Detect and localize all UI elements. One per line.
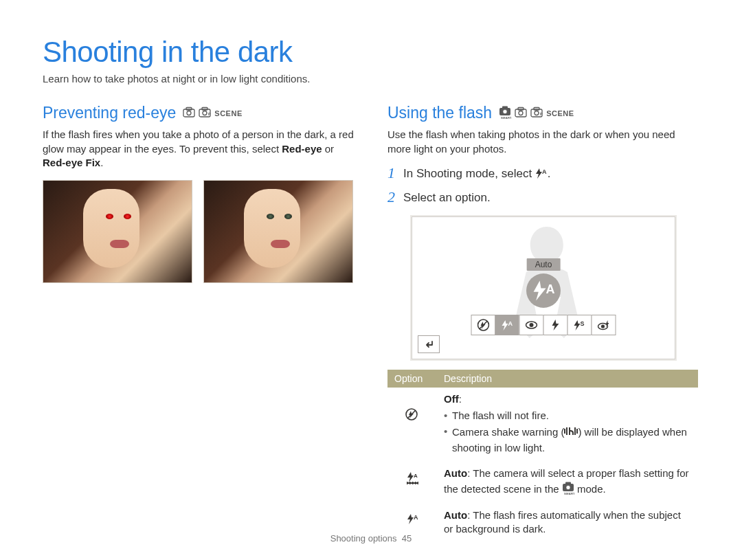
text-bold-red-eye-fix: Red-eye Fix (43, 157, 100, 168)
photo-red-eye-fixed-example (203, 180, 353, 283)
scene-mode-label: SCENE (546, 109, 574, 117)
step-2: 2 Select an option. (387, 190, 699, 205)
back-button[interactable] (418, 335, 440, 353)
shake-warning-icon (564, 425, 578, 442)
flash-option-off[interactable] (471, 315, 496, 335)
flash-option-strip: A (471, 315, 616, 335)
steps-list: 1 In Shooting mode, select . 2 Select an… (387, 166, 699, 205)
page-title: Shooting in the dark (43, 36, 699, 69)
text-fragment: mode. (574, 483, 606, 495)
photo-red-eye-example (43, 180, 192, 283)
section-heading-red-eye: Preventing red-eye SCENE (43, 104, 355, 122)
list-item: The flash will not fire. (444, 409, 693, 423)
flash-options-table: Option Description Off: The flash will n… (387, 370, 698, 541)
text-fragment: : The flash fires automatically when the… (444, 509, 681, 535)
flash-option-fill[interactable] (543, 315, 568, 335)
step-text: Select an option. (403, 190, 491, 205)
list-item: Camera shake warning () will be displaye… (444, 425, 693, 456)
step-number: 2 (387, 190, 395, 205)
section-using-flash: Using the flash SCENE Use the flash when… (387, 104, 699, 541)
option-icon-auto-smart (387, 462, 437, 503)
mode-icons-flash: SCENE (499, 105, 574, 122)
svg-text:A: A (546, 282, 555, 296)
camera-mode-p-icon (530, 107, 543, 120)
camera-mode-icon (183, 107, 195, 120)
text-fragment: . (100, 157, 103, 168)
camera-screen-mock: Auto A A (412, 217, 675, 359)
option-name: Auto (444, 509, 467, 521)
text-fragment: or (322, 143, 335, 155)
mode-icons-red-eye: SCENE (183, 107, 242, 120)
text-fragment: : (459, 393, 462, 405)
option-icon-off (387, 388, 437, 462)
footer-page-number: 45 (402, 533, 412, 544)
svg-text:A: A (508, 320, 513, 327)
option-description-off: Off: The flash will not fire. Camera sha… (437, 388, 698, 462)
table-row: Auto: The camera will select a proper fl… (387, 462, 698, 503)
table-header-row: Option Description (387, 370, 698, 388)
option-name: Off (444, 393, 459, 405)
section-heading-flash: Using the flash SCENE (387, 104, 699, 122)
flash-description: Use the flash when taking photos in the … (387, 128, 699, 156)
columns: Preventing red-eye SCENE If the flash fi… (43, 104, 699, 541)
text-fragment: Camera shake warning ( (452, 426, 564, 438)
table-header-option: Option (387, 370, 437, 388)
option-name: Auto (444, 467, 467, 479)
text-fragment: . (548, 167, 551, 180)
flash-option-auto[interactable]: A (495, 315, 520, 335)
text-fragment: In Shooting mode, select (403, 167, 535, 180)
flash-option-slow-sync[interactable] (567, 315, 592, 335)
camera-smart-mode-icon (562, 481, 574, 499)
example-photos (43, 180, 355, 283)
camera-mode-p-icon (199, 107, 211, 120)
section-preventing-red-eye: Preventing red-eye SCENE If the flash fi… (43, 104, 355, 541)
flash-option-red-eye[interactable] (519, 315, 544, 335)
table-header-description: Description (437, 370, 698, 388)
step-number: 1 (387, 166, 395, 181)
flash-mode-label: Auto (527, 258, 561, 271)
page-footer: Shooting options 45 (0, 533, 742, 544)
step-text: In Shooting mode, select . (403, 166, 551, 183)
camera-smart-mode-icon (499, 105, 511, 122)
red-eye-description: If the flash fires when you take a photo… (43, 128, 355, 170)
camera-mode-icon (515, 107, 527, 120)
page-subtitle: Learn how to take photos at night or in … (43, 73, 699, 85)
step-1: 1 In Shooting mode, select . (387, 166, 699, 183)
flash-mode-big-icon: A (526, 273, 561, 308)
flash-auto-icon (535, 168, 548, 183)
heading-text: Preventing red-eye (43, 104, 176, 122)
option-description-auto-smart: Auto: The camera will select a proper fl… (437, 462, 698, 503)
text-bold-red-eye: Red-eye (282, 143, 322, 155)
heading-text: Using the flash (387, 104, 492, 122)
scene-mode-label: SCENE (214, 109, 242, 117)
flash-option-red-eye-fix[interactable] (592, 315, 616, 335)
page: Shooting in the dark Learn how to take p… (0, 0, 742, 541)
footer-section: Shooting options (330, 533, 397, 544)
table-row: Off: The flash will not fire. Camera sha… (387, 388, 698, 462)
